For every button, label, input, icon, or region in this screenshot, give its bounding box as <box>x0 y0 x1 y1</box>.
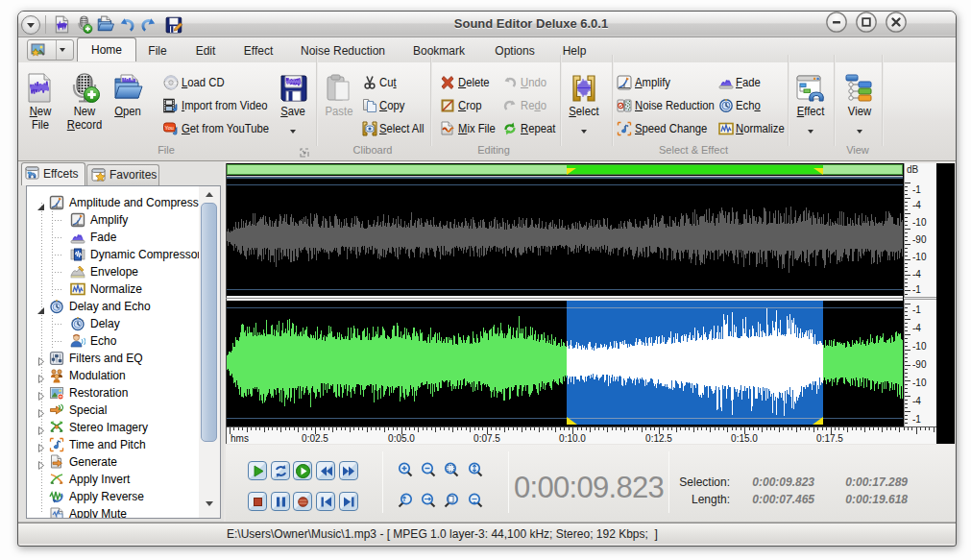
svg-text:You: You <box>165 125 174 131</box>
